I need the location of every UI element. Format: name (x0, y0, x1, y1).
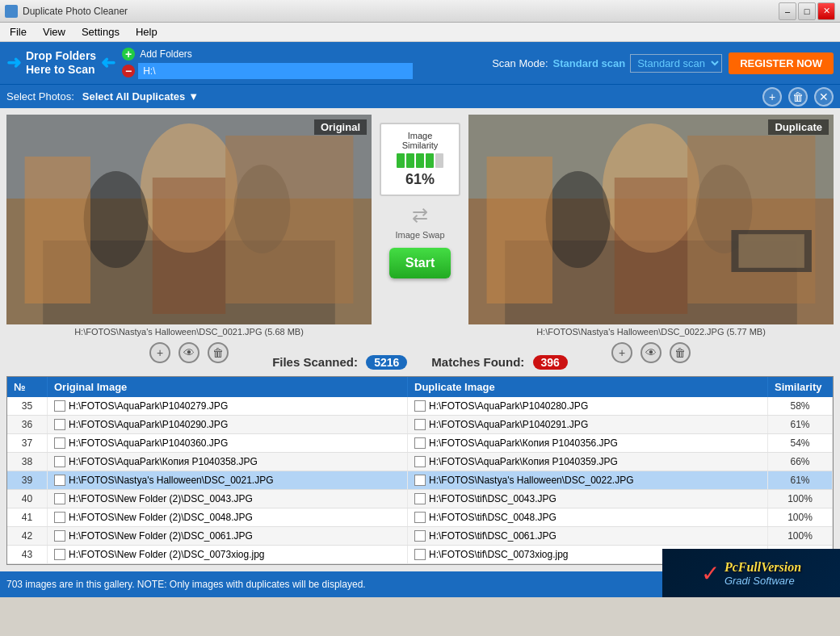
original-checkbox[interactable] (54, 549, 65, 560)
cell-duplicate: H:\FOTOS\AquaPark\Копия P1040356.JPG (408, 434, 768, 452)
duplicate-photo (468, 115, 834, 324)
cell-num: 40 (7, 490, 48, 508)
cell-num: 37 (7, 434, 48, 452)
sim-bar-4 (426, 153, 434, 168)
minimize-button[interactable]: – (779, 2, 796, 20)
chevron-down-icon: ▼ (188, 90, 199, 103)
cell-similarity: 100% (768, 508, 833, 526)
menu-file[interactable]: File (3, 24, 33, 40)
scan-mode-section: Scan Mode: Standard scan Standard scan F… (492, 54, 722, 73)
svg-point-4 (84, 171, 149, 268)
duplicate-checkbox[interactable] (414, 437, 426, 449)
maximize-button[interactable]: □ (798, 2, 816, 20)
table-body: 35 H:\FOTOS\AquaPark\P1040279.JPG H:\FOT… (7, 397, 833, 564)
cell-similarity: 61% (768, 416, 833, 433)
cell-duplicate: H:\FOTOS\AquaPark\P1040280.JPG (408, 397, 768, 415)
close-action-button[interactable]: ✕ (814, 87, 834, 107)
register-button[interactable]: REGISTER NOW (729, 52, 834, 74)
duplicate-add-button[interactable]: + (611, 342, 632, 363)
original-label: Original (314, 119, 367, 135)
app-icon (5, 5, 18, 18)
plus-icon: + (122, 48, 135, 61)
cell-num: 42 (7, 527, 48, 545)
select-actions: + 🗑 ✕ (762, 87, 834, 107)
cell-duplicate: H:\FOTOS\AquaPark\P1040291.JPG (408, 416, 768, 433)
cell-num: 35 (7, 397, 48, 415)
original-checkbox[interactable] (54, 456, 65, 467)
svg-rect-8 (225, 136, 353, 303)
sim-bar-2 (406, 153, 414, 168)
duplicate-checkbox[interactable] (414, 549, 426, 560)
logo-sub: Gradi Software (724, 575, 801, 587)
select-photos-dropdown[interactable]: Select All Duplicates ▼ (82, 90, 199, 103)
menu-settings[interactable]: Settings (75, 24, 126, 40)
duplicate-checkbox[interactable] (414, 475, 426, 486)
duplicate-checkbox[interactable] (414, 456, 426, 467)
svg-rect-17 (687, 136, 815, 303)
table-row[interactable]: 41 H:\FOTOS\New Folder (2)\DSC_0048.JPG … (7, 508, 833, 527)
table-row[interactable]: 35 H:\FOTOS\AquaPark\P1040279.JPG H:\FOT… (7, 397, 833, 416)
duplicate-checkbox[interactable] (414, 530, 426, 542)
similarity-box: Image Similarity 61% (380, 123, 460, 196)
drop-arrow-icon: ➜ (6, 52, 21, 73)
cell-similarity: 58% (768, 397, 833, 415)
folder-section: + Add Folders − (122, 48, 485, 79)
duplicate-checkbox[interactable] (414, 400, 426, 412)
menu-view[interactable]: View (36, 24, 72, 40)
table-row[interactable]: 36 H:\FOTOS\AquaPark\P1040290.JPG H:\FOT… (7, 416, 833, 434)
cell-original: H:\FOTOS\AquaPark\P1040279.JPG (48, 397, 408, 415)
duplicate-checkbox[interactable] (414, 512, 426, 523)
duplicate-caption: H:\FOTOS\Nastya's Halloween\DSC_0022.JPG… (468, 324, 834, 339)
cell-original: H:\FOTOS\Nastya's Halloween\DSC_0021.JPG (48, 471, 408, 489)
results-table-wrapper: № Original Image Duplicate Image Similar… (6, 376, 834, 565)
duplicate-view-button[interactable]: 👁 (640, 342, 662, 363)
cell-num: 39 (7, 471, 48, 489)
duplicate-checkbox[interactable] (414, 419, 426, 430)
menu-help[interactable]: Help (129, 24, 164, 40)
original-add-button[interactable]: + (149, 342, 170, 363)
cell-similarity: 100% (768, 527, 833, 545)
original-checkbox[interactable] (54, 400, 65, 412)
original-checkbox[interactable] (54, 475, 65, 486)
original-delete-button[interactable]: 🗑 (208, 342, 229, 363)
title-bar-left: Duplicate Photo Cleaner (5, 5, 128, 18)
sim-bar-5 (435, 153, 443, 168)
original-checkbox[interactable] (54, 493, 65, 504)
logo-check-icon: ✓ (701, 560, 720, 587)
table-row[interactable]: 39 H:\FOTOS\Nastya's Halloween\DSC_0021.… (7, 471, 833, 490)
table-row[interactable]: 40 H:\FOTOS\New Folder (2)\DSC_0043.JPG … (7, 490, 833, 508)
original-photo (6, 115, 372, 324)
cell-original: H:\FOTOS\New Folder (2)\DSC_0048.JPG (48, 508, 408, 526)
duplicate-checkbox[interactable] (414, 493, 426, 504)
cell-original: H:\FOTOS\AquaPark\P1040360.JPG (48, 434, 408, 452)
original-checkbox[interactable] (54, 419, 65, 430)
cell-num: 43 (7, 546, 48, 563)
original-checkbox[interactable] (54, 437, 65, 449)
cell-original: H:\FOTOS\New Folder (2)\DSC_0061.JPG (48, 527, 408, 545)
folder-path-bar: − (122, 63, 485, 79)
original-checkbox[interactable] (54, 530, 65, 542)
folder-path-input[interactable] (138, 63, 413, 79)
close-button[interactable]: ✕ (817, 2, 835, 20)
duplicate-delete-button[interactable]: 🗑 (670, 342, 691, 363)
middle-panel: Image Similarity 61% ⇄ Image Swap Start (372, 115, 468, 287)
add-folder-button[interactable]: Add Folders (140, 48, 192, 60)
drop-arrow-right-icon: ➜ (101, 52, 116, 73)
cell-original: H:\FOTOS\AquaPark\P1040290.JPG (48, 416, 408, 433)
cell-duplicate: H:\FOTOS\tif\DSC_0043.JPG (408, 490, 768, 508)
table-row[interactable]: 37 H:\FOTOS\AquaPark\P1040360.JPG H:\FOT… (7, 434, 833, 453)
duplicate-image-panel: Duplicate (468, 115, 834, 366)
table-row[interactable]: 38 H:\FOTOS\AquaPark\Копия P1040358.JPG … (7, 453, 833, 471)
svg-rect-19 (738, 234, 804, 268)
results-table: № Original Image Duplicate Image Similar… (6, 376, 834, 565)
cell-num: 41 (7, 508, 48, 526)
add-action-button[interactable]: + (762, 87, 782, 107)
files-scanned-badge: 5216 (366, 355, 407, 370)
original-checkbox[interactable] (54, 512, 65, 523)
original-view-button[interactable]: 👁 (178, 342, 200, 363)
status-bar: 703 images are in this gallery. NOTE: On… (0, 571, 840, 597)
table-row[interactable]: 42 H:\FOTOS\New Folder (2)\DSC_0061.JPG … (7, 527, 833, 546)
scan-mode-dropdown[interactable]: Standard scan Fast scan Deep scan (630, 54, 722, 73)
delete-action-button[interactable]: 🗑 (788, 87, 808, 107)
start-button[interactable]: Start (389, 248, 451, 278)
